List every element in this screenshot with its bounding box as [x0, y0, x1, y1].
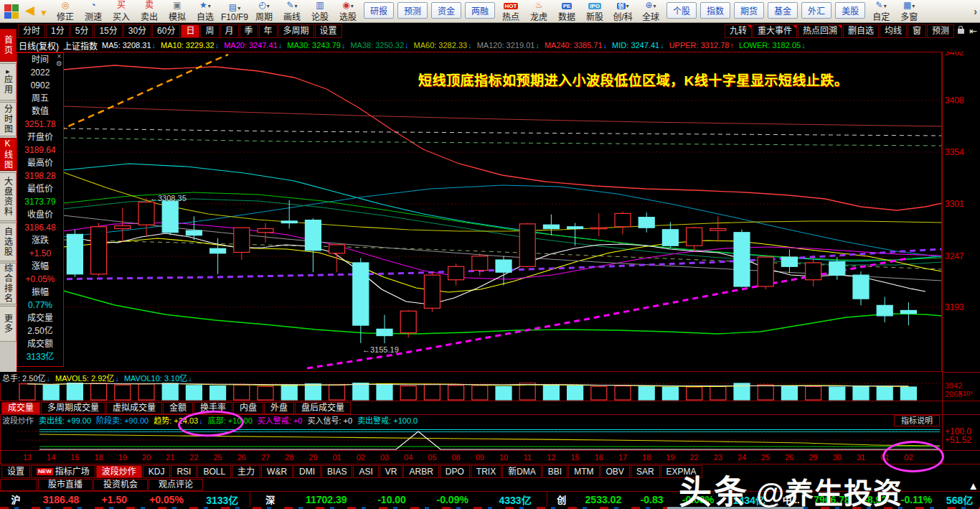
toolbar-item-周期[interactable]: ◴▾周期	[250, 1, 278, 22]
tool-tab-删自选[interactable]: 删自选	[843, 24, 879, 38]
period-tab-季[interactable]: 季	[240, 24, 258, 38]
volume-tab-成交量[interactable]: 成交量	[1, 402, 40, 414]
indicator-tab-DPO[interactable]: DPO	[440, 465, 470, 478]
toolbar-item-画线[interactable]: ✎▾画线	[278, 1, 306, 22]
period-tab-1分[interactable]: 1分	[46, 24, 70, 38]
toolbar-item-龙虎[interactable]: ♨龙虎	[525, 1, 552, 22]
period-tab-60分[interactable]: 60分	[152, 24, 180, 38]
toolbar-item-卖出[interactable]: 卖卖出	[136, 1, 163, 22]
indicator-tab-BBI[interactable]: BBI	[542, 465, 567, 478]
volume-tab-多周期成交量[interactable]: 多周期成交量	[41, 402, 105, 414]
market-button-指数[interactable]: 指数	[700, 2, 730, 19]
volume-tab-盘后成交量[interactable]: 盘后成交量	[295, 402, 351, 414]
toolbar-item-全球[interactable]: ⊕▾全球	[637, 1, 664, 22]
tool-tab-重大事件[interactable]: 重大事件	[753, 24, 797, 38]
indicator-tab-KDJ[interactable]: KDJ	[143, 465, 171, 478]
toolbar-item-自选[interactable]: ★▾自选	[192, 1, 219, 22]
indicator-tab-VR[interactable]: VR	[380, 465, 403, 478]
volume-tab-虚拟成交量[interactable]: 虚拟成交量	[106, 402, 162, 414]
live-tab-投资机会[interactable]: 投资机会	[93, 479, 148, 491]
ma-value: MA30: 3243.79↓	[287, 41, 345, 50]
back-icon[interactable]: ◀	[25, 3, 34, 18]
toolbar-item-label: 选股	[339, 10, 357, 22]
info-row: 成交额	[17, 337, 63, 350]
scroll-top-icon[interactable]: ▲	[968, 480, 979, 492]
toolbar-button-研报[interactable]: 研报	[364, 2, 394, 19]
论股-icon: ▥	[316, 1, 324, 10]
indicator-tab-ASI[interactable]: ASI	[353, 465, 378, 478]
live-tab-观点评论[interactable]: 观点评论	[149, 479, 203, 491]
toolbar-item-测速[interactable]: ◔测速	[80, 1, 107, 22]
toolbar-button-资金[interactable]: 资金	[431, 2, 461, 19]
toolbar-item-label: 模拟	[169, 10, 186, 22]
toolbar-button-两融[interactable]: 两融	[465, 2, 495, 19]
indicator-tab-MTM[interactable]: MTM	[568, 465, 599, 478]
toolbar-item-热点[interactable]: HOT热点	[497, 1, 524, 22]
indicator-tab-W&R[interactable]: W&R	[261, 465, 293, 478]
toolbar-item-新股[interactable]: IPO新股	[581, 1, 608, 22]
period-tab-月[interactable]: 月	[220, 24, 239, 38]
toolbar-item-修正[interactable]: ◎修正	[52, 1, 79, 22]
indicator-tab-主力[interactable]: 主力	[232, 465, 260, 478]
tool-tab-均线[interactable]: 均线	[880, 24, 907, 38]
indicator-tab-波段炒作[interactable]: 波段炒作	[96, 465, 142, 478]
indicator-tab-BIAS[interactable]: BIAS	[321, 465, 352, 478]
toolbar-button-预测[interactable]: 预测	[397, 2, 428, 19]
indicator-help-button[interactable]: 指标说明	[894, 415, 940, 426]
indicator-tab-OBV[interactable]: OBV	[600, 465, 630, 478]
market-button-期货[interactable]: 期货	[734, 2, 764, 19]
app-logo[interactable]	[4, 4, 19, 19]
toolbar-item-F10/F9[interactable]: ▤▾F10/F9	[220, 1, 250, 22]
indicator-tab-ARBR[interactable]: ARBR	[403, 465, 438, 478]
period-tab-分时[interactable]: 分时	[18, 24, 45, 38]
indicator-tab-新DMA[interactable]: 新DMA	[502, 465, 542, 478]
indicator-tab-TRIX[interactable]: TRIX	[471, 465, 501, 478]
toolbar-item-自定[interactable]: ✎▾自定	[867, 1, 895, 22]
indicator-header: 波段炒作卖出线: +99.00阶段卖: +90.00趋势: +24.03↓底部:…	[0, 414, 897, 426]
toolbar-item-模拟[interactable]: ▣模拟	[164, 1, 191, 22]
toolbar-item-论股[interactable]: ▥论股	[306, 1, 334, 22]
indicator-tab-SAR[interactable]: SAR	[631, 465, 660, 478]
line-dash-green	[63, 138, 942, 146]
period-tab-多周期[interactable]: 多周期	[278, 24, 314, 38]
period-tab-年[interactable]: 年	[259, 24, 278, 38]
period-tab-日[interactable]: 日	[181, 24, 199, 38]
period-tab-周[interactable]: 周	[200, 24, 219, 38]
toolbar-item-创/科[interactable]: 创▾创/科	[609, 1, 636, 22]
expand-toolbar-icon[interactable]: ›	[974, 6, 977, 17]
volume-tab-内盘[interactable]: 内盘	[233, 402, 263, 414]
周期-icon: ◴▾	[258, 1, 270, 10]
indicator-tab-设置[interactable]: 设置	[1, 465, 30, 478]
period-tab-设置[interactable]: 设置	[315, 24, 342, 38]
index-group-深[interactable]: 深11702.39-10.00-0.09%4333亿	[250, 492, 547, 507]
down-icon[interactable]: ▼	[39, 8, 48, 18]
toolbar-item-选股[interactable]: ◉▾选股	[334, 1, 362, 22]
tool-tab-窗[interactable]: 窗	[908, 24, 926, 38]
arrow-icon: ↓	[341, 41, 346, 50]
volume-tab-金额[interactable]: 金额	[163, 402, 193, 414]
index-group-沪[interactable]: 沪3186.48+1.50+0.05%3133亿	[0, 492, 250, 507]
market-button-外汇[interactable]: 外汇	[801, 2, 831, 19]
indicator-tab-DMI[interactable]: DMI	[293, 465, 321, 478]
lock-icon[interactable]	[958, 29, 964, 34]
market-button-个股[interactable]: 个股	[666, 2, 697, 19]
tool-tab-热点回溯[interactable]: 热点回溯	[798, 24, 842, 38]
toolbar-item-数据[interactable]: PE数据	[553, 1, 580, 22]
ma-value: LOWER: 3182.05↓	[739, 41, 806, 50]
period-tab-5分[interactable]: 5分	[70, 24, 94, 38]
indicator-tab-指标广场[interactable]: NEW指标广场	[31, 465, 95, 478]
indicator-tab-RSI[interactable]: RSI	[171, 465, 197, 478]
tool-tab-九转[interactable]: 九转	[725, 24, 752, 38]
toolbar-item-买入[interactable]: 买买入	[108, 1, 135, 22]
volume-tab-外盘[interactable]: 外盘	[264, 402, 294, 414]
period-tab-30分[interactable]: 30分	[123, 24, 151, 38]
market-button-基金[interactable]: 基金	[768, 2, 798, 19]
gear-icon[interactable]: ⚙	[56, 60, 62, 67]
collapse-icon[interactable]: ⇤	[969, 26, 977, 37]
period-tab-15分[interactable]: 15分	[94, 24, 122, 38]
tool-tab-预测[interactable]: 预测	[927, 24, 954, 38]
market-button-美股[interactable]: 美股	[835, 2, 865, 19]
indicator-tab-BOLL[interactable]: BOLL	[197, 465, 231, 478]
toolbar-item-多窗[interactable]: ▦▾多窗	[895, 1, 923, 22]
live-tab-股市直播[interactable]: 股市直播	[38, 479, 93, 491]
